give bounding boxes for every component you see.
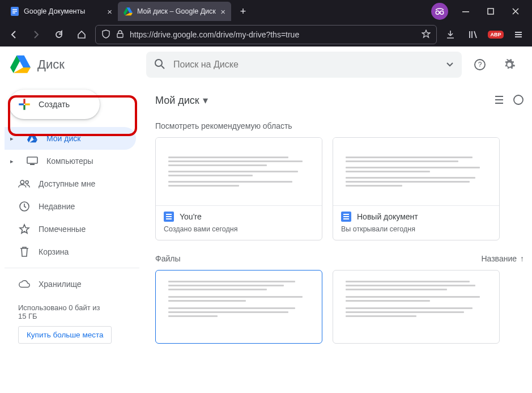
svg-point-18 [20, 180, 24, 184]
bookmark-star-icon[interactable] [422, 29, 431, 40]
docs-icon [164, 212, 174, 222]
sidebar-item-recent[interactable]: Недавние [5, 195, 136, 218]
settings-button[interactable] [498, 53, 521, 76]
sidebar-label: Компьютеры [46, 157, 93, 166]
sidebar-label: Доступные мне [39, 179, 95, 188]
close-icon[interactable]: × [107, 7, 112, 16]
incognito-icon [431, 3, 448, 20]
shield-icon [101, 29, 110, 40]
back-button[interactable] [5, 26, 23, 44]
svg-rect-13 [23, 105, 25, 110]
svg-point-19 [25, 181, 28, 184]
breadcrumb-label: Мой диск [155, 95, 199, 107]
window-minimize-button[interactable] [454, 2, 478, 20]
search-options-icon[interactable] [446, 60, 454, 70]
sidebar-item-shared[interactable]: Доступные мне [5, 172, 136, 195]
tab-title: Google Документы [24, 7, 85, 15]
card-subtitle: Вы открывали сегодня [341, 225, 491, 233]
new-tab-button[interactable]: + [235, 3, 252, 20]
create-label: Создать [39, 100, 70, 109]
drive-favicon-icon [124, 7, 133, 16]
search-bar[interactable] [146, 52, 462, 78]
svg-rect-8 [117, 33, 123, 37]
card-thumbnail [156, 138, 322, 206]
close-icon[interactable]: × [220, 7, 225, 16]
svg-rect-12 [23, 99, 25, 104]
drive-logo-icon [9, 54, 32, 75]
plus-icon [17, 97, 32, 112]
abp-button[interactable]: ABP [487, 26, 505, 44]
create-button[interactable]: Создать [9, 90, 100, 119]
browser-toolbar: https://drive.google.com/drive/my-drive?… [0, 23, 532, 47]
svg-rect-6 [462, 11, 469, 12]
browser-tab-drive[interactable]: Мой диск – Google Диск × [118, 2, 231, 21]
lock-icon [116, 30, 124, 40]
svg-rect-1 [12, 9, 17, 10]
window-close-button[interactable] [504, 2, 527, 20]
reload-button[interactable] [50, 26, 68, 44]
sidebar-label: Хранилище [39, 280, 82, 289]
sidebar-item-my-drive[interactable]: ▸ Мой диск [5, 127, 136, 150]
help-button[interactable]: ? [469, 53, 491, 76]
breadcrumb[interactable]: Мой диск ▾ [155, 94, 208, 107]
files-label: Файлы [155, 254, 180, 263]
home-button[interactable] [73, 26, 91, 44]
computers-icon [26, 155, 39, 167]
svg-rect-3 [12, 12, 15, 14]
url-text: https://drive.google.com/drive/my-drive?… [130, 30, 416, 39]
app-header: Диск ? [0, 47, 532, 83]
svg-rect-14 [19, 103, 24, 105]
file-card[interactable] [155, 270, 322, 344]
expand-arrow-icon[interactable]: ▸ [10, 135, 18, 142]
product-name: Диск [37, 57, 65, 72]
drive-icon [26, 132, 39, 145]
list-view-button[interactable] [493, 94, 505, 107]
sidebar-label: Недавние [39, 202, 75, 211]
suggested-card[interactable]: You're Создано вами сегодня [155, 137, 322, 240]
storage-usage: Использовано 0 байт из 15 ГБ Купить боль… [5, 303, 139, 344]
svg-rect-15 [25, 103, 30, 105]
sort-button[interactable]: Название ↑ [481, 254, 524, 263]
search-icon [154, 58, 165, 71]
details-button[interactable] [513, 94, 524, 107]
svg-rect-17 [30, 164, 35, 165]
library-button[interactable] [464, 26, 482, 44]
expand-arrow-icon[interactable]: ▸ [10, 158, 18, 165]
browser-tab-docs[interactable]: Google Документы × [5, 2, 118, 21]
tab-strip: Google Документы × Мой диск – Google Дис… [0, 0, 532, 23]
svg-point-9 [155, 60, 162, 66]
sidebar-item-computers[interactable]: ▸ Компьютеры [5, 150, 136, 172]
svg-rect-16 [27, 157, 37, 163]
search-input[interactable] [173, 60, 438, 70]
card-thumbnail [333, 138, 499, 206]
main-content: Мой диск ▾ Посмотреть рекомендуемую обла… [145, 83, 532, 393]
window-maximize-button[interactable] [479, 2, 503, 20]
sort-label: Название [481, 254, 517, 263]
sidebar-item-trash[interactable]: Корзина [5, 240, 136, 263]
shared-icon [18, 178, 31, 190]
clock-icon [18, 200, 31, 213]
downloads-button[interactable] [441, 26, 459, 44]
sidebar: Создать ▸ Мой диск ▸ Компьютеры Доступны… [0, 83, 145, 393]
file-card[interactable] [333, 270, 500, 344]
buy-more-button[interactable]: Купить больше места [18, 326, 112, 344]
docs-favicon-icon [10, 7, 19, 16]
svg-rect-2 [12, 11, 17, 12]
drive-logo[interactable]: Диск [9, 54, 139, 75]
card-subtitle: Создано вами сегодня [164, 225, 314, 233]
cloud-icon [18, 278, 31, 290]
card-title: You're [180, 212, 202, 221]
suggested-title: Посмотреть рекомендуемую область [155, 121, 524, 130]
sidebar-item-storage[interactable]: Хранилище [5, 273, 136, 295]
sidebar-label: Корзина [39, 247, 69, 256]
sidebar-item-starred[interactable]: Помеченные [5, 218, 136, 240]
forward-button[interactable] [27, 26, 45, 44]
storage-text-1: Использовано 0 байт из [18, 303, 139, 312]
menu-button[interactable] [509, 26, 527, 44]
svg-point-5 [440, 11, 444, 14]
url-bar[interactable]: https://drive.google.com/drive/my-drive?… [95, 25, 437, 44]
svg-point-21 [514, 95, 523, 104]
storage-text-2: 15 ГБ [18, 312, 139, 320]
suggested-card[interactable]: Новый документ Вы открывали сегодня [333, 137, 500, 240]
card-title: Новый документ [357, 212, 418, 221]
